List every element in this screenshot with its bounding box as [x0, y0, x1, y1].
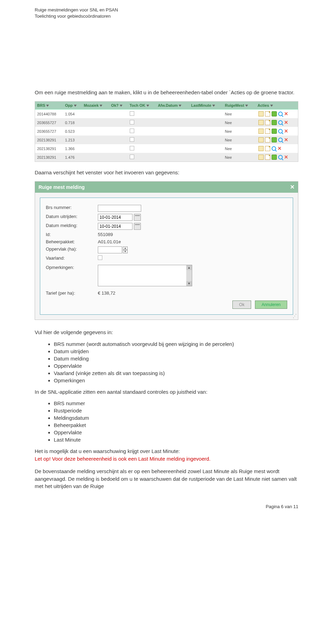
list-item: Oppervlakte — [54, 363, 298, 369]
note-icon[interactable] — [265, 129, 270, 134]
ok-button[interactable]: Ok — [232, 301, 251, 309]
col-header[interactable]: LastMinute — [189, 102, 223, 110]
brs-input[interactable] — [98, 205, 141, 212]
note-icon[interactable] — [265, 155, 270, 160]
filter-icon[interactable] — [120, 105, 122, 107]
delete-icon[interactable]: ✕ — [284, 129, 288, 133]
tarief-label: Tarief (per ha): — [46, 290, 98, 296]
detail-icon[interactable] — [258, 111, 264, 116]
pakket-label: Beheerpakket: — [46, 239, 98, 244]
oppervlak-stepper[interactable]: ▲▼ — [98, 246, 128, 253]
tochok-checkbox[interactable] — [130, 120, 134, 124]
pakket-value: A01.01.01e — [98, 239, 121, 244]
vaarland-label: Vaarland: — [46, 255, 98, 261]
scroll-up-icon[interactable]: ▲ — [186, 265, 192, 270]
beheereenheden-table: BRSOppMozaiekOk?Toch OKAfw.DatumLastMinu… — [35, 101, 298, 162]
tractor-icon[interactable] — [272, 129, 277, 134]
col-header[interactable]: Mozaiek — [82, 102, 109, 110]
search-icon[interactable] — [272, 146, 276, 151]
table-row: 2014407881.054Nee✕ — [35, 110, 298, 119]
detail-icon[interactable] — [258, 155, 264, 160]
opmerkingen-textarea[interactable]: ▲ ▼ — [98, 265, 192, 286]
ruige-mest-dialog: Ruige mest melding ✕ Brs nummer: Datum u… — [35, 181, 298, 320]
vaarland-checkbox[interactable] — [98, 255, 102, 260]
id-label: Id: — [46, 232, 98, 237]
list-item: Datum uitrijden — [54, 348, 298, 354]
note-icon[interactable] — [265, 137, 270, 142]
col-header[interactable]: BRS — [35, 102, 63, 110]
close-icon[interactable]: ✕ — [290, 184, 294, 190]
detail-icon[interactable] — [258, 137, 264, 142]
detail-icon[interactable] — [258, 146, 264, 151]
note-icon[interactable] — [265, 120, 270, 125]
cancel-button[interactable]: Annuleren — [255, 301, 287, 309]
dialog-titlebar: Ruige mest melding ✕ — [35, 182, 298, 193]
filter-icon[interactable] — [245, 105, 248, 107]
tochok-checkbox[interactable] — [130, 137, 134, 142]
filter-icon[interactable] — [270, 105, 273, 107]
col-header[interactable]: Ok? — [109, 102, 127, 110]
oppervlak-input[interactable] — [98, 246, 122, 253]
input-fields-list: BRS nummer (wordt automatisch voorgevuld… — [35, 341, 298, 383]
col-header[interactable]: Toch OK — [128, 102, 156, 110]
search-icon[interactable] — [278, 138, 283, 142]
resize-handle-icon[interactable]: ⋰ — [292, 313, 297, 319]
delete-icon[interactable]: ✕ — [284, 112, 288, 116]
filter-icon[interactable] — [100, 105, 102, 107]
delete-icon[interactable]: ✕ — [284, 155, 288, 159]
filter-icon[interactable] — [212, 105, 215, 107]
search-icon[interactable] — [278, 155, 283, 159]
detail-icon[interactable] — [258, 129, 264, 134]
scroll-down-icon[interactable]: ▼ — [186, 281, 192, 286]
table-row: 2021382911.213Nee✕ — [35, 136, 298, 144]
filter-icon[interactable] — [179, 105, 181, 107]
tractor-icon[interactable] — [272, 111, 277, 116]
list-item: Datum melding — [54, 356, 298, 362]
note-icon[interactable] — [265, 111, 270, 116]
intro-para: Om een ruige mestmelding aan te maken, k… — [35, 89, 298, 96]
tarief-value: € 138,72 — [98, 290, 116, 296]
detail-icon[interactable] — [258, 120, 264, 125]
tochok-checkbox[interactable] — [130, 146, 134, 150]
tractor-icon[interactable] — [272, 120, 277, 125]
calendar-icon[interactable] — [134, 214, 141, 221]
dialog-title-text: Ruige mest melding — [39, 184, 85, 190]
delete-icon[interactable]: ✕ — [284, 138, 288, 142]
delete-icon[interactable]: ✕ — [278, 146, 282, 151]
scrollbar[interactable]: ▲ ▼ — [186, 265, 192, 286]
delete-icon[interactable]: ✕ — [284, 120, 288, 125]
list-item: Vaarland (vinkje zetten als dit van toep… — [54, 370, 298, 376]
melding-input[interactable] — [98, 223, 133, 230]
opmerkingen-label: Opmerkingen: — [46, 265, 98, 270]
col-header[interactable]: Opp — [63, 102, 82, 110]
para-explain: De bovenstaande melding verschijnt als e… — [35, 468, 298, 490]
tractor-icon[interactable] — [272, 137, 277, 142]
list-item: Opmerkingen — [54, 377, 298, 383]
note-icon[interactable] — [265, 146, 270, 151]
melding-label: Datum melding: — [46, 223, 98, 228]
list-item: Meldingsdatum — [54, 415, 298, 421]
list-item: BRS nummer (wordt automatisch voorgevuld… — [54, 341, 298, 347]
calendar-icon[interactable] — [134, 223, 141, 230]
filter-icon[interactable] — [46, 105, 49, 107]
filter-icon[interactable] — [146, 105, 149, 107]
uitrijden-label: Datum uitrijden: — [46, 214, 98, 219]
tochok-checkbox[interactable] — [130, 129, 134, 133]
warn-intro: Het is mogelijk dat u een waarschuwing k… — [35, 447, 298, 463]
filter-icon[interactable] — [74, 105, 77, 107]
tochok-checkbox[interactable] — [130, 111, 134, 116]
col-header[interactable]: RuigeMest — [223, 102, 255, 110]
oppervlak-label: Oppervlak (ha): — [46, 246, 98, 252]
search-icon[interactable] — [278, 112, 283, 116]
tochok-checkbox[interactable] — [130, 155, 134, 159]
chevron-down-icon[interactable]: ▼ — [123, 250, 128, 253]
table-row: 2036557270.718Nee✕ — [35, 118, 298, 127]
search-icon[interactable] — [278, 120, 283, 125]
chevron-up-icon[interactable]: ▲ — [123, 246, 128, 250]
search-icon[interactable] — [278, 129, 283, 133]
uitrijden-input[interactable] — [98, 214, 133, 221]
tractor-icon[interactable] — [272, 155, 277, 160]
col-header[interactable]: Acties — [256, 102, 298, 110]
para-after-table: Daarna verschijnt het venster voor het i… — [35, 169, 298, 176]
col-header[interactable]: Afw.Datum — [156, 102, 189, 110]
